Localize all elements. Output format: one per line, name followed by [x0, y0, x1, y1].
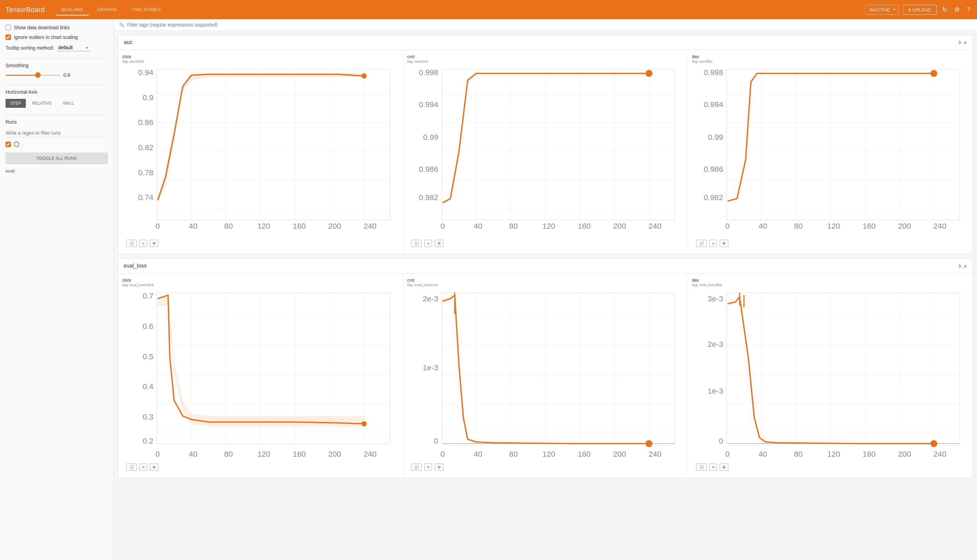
status-select-wrapper: INACTIVE ACTIVE — [865, 5, 899, 15]
data-auc-like-btn[interactable]: ≡ — [709, 240, 717, 247]
svg-rect-29 — [727, 69, 960, 220]
data-eval-click-btn[interactable]: ≡ — [140, 463, 147, 471]
svg-text:240: 240 — [649, 450, 662, 458]
svg-text:240: 240 — [933, 222, 946, 230]
svg-text:120: 120 — [257, 222, 270, 230]
run-dot-label: . — [22, 142, 23, 147]
settings-button[interactable]: ⚙ — [953, 5, 961, 15]
svg-point-14 — [362, 73, 367, 78]
svg-text:3e-3: 3e-3 — [708, 295, 723, 303]
chart-eval-cmt-actions: ⬜ ≡ ⊞ — [407, 462, 684, 473]
svg-text:1e-3: 1e-3 — [708, 387, 723, 395]
status-select[interactable]: INACTIVE ACTIVE — [865, 5, 899, 15]
chart-auc-like-actions: ⬜ ≡ ⊞ — [692, 238, 969, 250]
zoom-eval-cmt-btn[interactable]: ⊞ — [435, 463, 443, 471]
main-content: 🔍 auc 3 ∧ click tag: auc/click — [114, 19, 977, 560]
zoom-auc-cmt-btn[interactable]: ⊞ — [435, 240, 443, 247]
svg-point-71 — [645, 440, 652, 447]
chart-eval-click-actions: ⬜ ≡ ⊞ — [122, 462, 398, 473]
data-auc-cmt-btn[interactable]: ≡ — [424, 240, 432, 247]
axis-step-button[interactable]: STEP — [5, 99, 26, 108]
svg-text:0.982: 0.982 — [704, 193, 723, 202]
topnav-right: INACTIVE ACTIVE ℹ UPLOAD ↻ ⚙ ? — [865, 5, 972, 15]
runs-label: Runs — [5, 119, 108, 125]
svg-text:200: 200 — [613, 450, 626, 458]
svg-rect-72 — [727, 293, 960, 444]
show-download-checkbox[interactable] — [5, 25, 11, 30]
smoothing-row: 0.6 — [5, 72, 108, 78]
svg-text:0: 0 — [155, 450, 160, 458]
svg-text:0.7: 0.7 — [143, 292, 153, 300]
expand-eval-click-btn[interactable]: ⬜ — [127, 463, 137, 471]
upload-button[interactable]: ℹ UPLOAD — [903, 5, 937, 15]
svg-text:0.2: 0.2 — [143, 437, 153, 445]
svg-text:200: 200 — [613, 222, 626, 230]
svg-text:1e-3: 1e-3 — [423, 363, 438, 372]
zoom-eval-like-btn[interactable]: ⊞ — [720, 463, 728, 471]
help-button[interactable]: ? — [965, 5, 972, 15]
section-eval-loss-collapse-icon[interactable]: ∧ — [964, 263, 967, 268]
toggle-all-button[interactable]: TOGGLE ALL RUNS — [5, 153, 108, 164]
data-eval-cmt-btn[interactable]: ≡ — [424, 463, 432, 471]
run-checkbox[interactable] — [5, 142, 11, 147]
svg-text:0: 0 — [440, 450, 445, 458]
svg-text:0.994: 0.994 — [704, 100, 723, 109]
svg-text:0.998: 0.998 — [704, 68, 723, 77]
axis-relative-button[interactable]: RELATIVE — [27, 99, 57, 108]
expand-auc-like-btn[interactable]: ⬜ — [696, 240, 707, 247]
chart-eval-cmt-tag: tag: eval_loss/cmt — [407, 283, 684, 287]
chart-auc-cmt-actions: ⬜ ≡ ⊞ — [407, 238, 684, 250]
section-auc-collapse-icon[interactable]: ∧ — [964, 40, 967, 45]
svg-text:80: 80 — [509, 450, 518, 458]
zoom-auc-like-btn[interactable]: ⊞ — [720, 240, 728, 247]
search-input[interactable] — [127, 22, 972, 28]
svg-text:0: 0 — [440, 222, 445, 230]
nav-graphs[interactable]: GRAPHS — [92, 4, 123, 15]
axis-section: Horizontal Axis STEP RELATIVE WALL — [5, 89, 108, 108]
data-auc-click-btn[interactable]: ≡ — [140, 240, 147, 247]
section-eval-loss-header: eval_loss 3 ∧ — [118, 258, 972, 273]
expand-eval-like-btn[interactable]: ⬜ — [696, 463, 707, 471]
expand-auc-cmt-btn[interactable]: ⬜ — [411, 240, 422, 247]
chart-eval-click-wrap: 0.7 0.6 0.5 0.4 0.3 0.2 0 40 80 120 160 … — [122, 288, 398, 462]
svg-text:160: 160 — [293, 222, 306, 230]
refresh-button[interactable]: ↻ — [941, 5, 949, 15]
ignore-outliers-checkbox[interactable] — [5, 35, 11, 40]
topnav: TensorBoard SCALARS GRAPHS TIME SERIES I… — [0, 0, 977, 19]
expand-auc-click-btn[interactable]: ⬜ — [127, 240, 137, 247]
data-eval-like-btn[interactable]: ≡ — [709, 463, 717, 471]
tooltip-sort-select[interactable]: default ascending descending nearest — [57, 44, 90, 51]
axis-wall-button[interactable]: WALL — [58, 99, 78, 108]
zoom-eval-click-btn[interactable]: ⊞ — [150, 463, 158, 471]
svg-text:0.4: 0.4 — [143, 382, 153, 391]
chart-eval-click-svg: 0.7 0.6 0.5 0.4 0.3 0.2 0 40 80 120 160 … — [122, 288, 398, 461]
svg-text:240: 240 — [363, 450, 377, 458]
nav-links: SCALARS GRAPHS TIME SERIES — [55, 4, 865, 15]
section-auc-meta: 3 ∧ — [959, 40, 967, 45]
svg-text:2e-3: 2e-3 — [423, 295, 438, 303]
chart-eval-like-actions: ⬜ ≡ ⊞ — [692, 462, 969, 473]
section-eval-loss-count: 3 — [959, 263, 961, 268]
nav-time-series[interactable]: TIME SERIES — [125, 4, 167, 15]
svg-text:0.5: 0.5 — [143, 352, 153, 361]
svg-text:80: 80 — [794, 450, 803, 458]
expand-eval-cmt-btn[interactable]: ⬜ — [411, 463, 422, 471]
chart-auc-like-title: like — [692, 54, 969, 59]
runs-filter-input[interactable] — [5, 129, 108, 137]
chart-eval-cmt-svg: 2e-3 1e-3 0 0 40 80 120 160 200 240 — [407, 288, 684, 461]
upload-label: UPLOAD — [913, 7, 931, 12]
smoothing-label: Smoothing — [5, 63, 108, 68]
svg-text:200: 200 — [328, 450, 342, 458]
svg-text:0.86: 0.86 — [138, 118, 153, 127]
zoom-auc-click-btn[interactable]: ⊞ — [150, 240, 158, 247]
svg-text:0.74: 0.74 — [138, 193, 153, 202]
svg-text:0.986: 0.986 — [419, 165, 438, 173]
svg-text:80: 80 — [794, 222, 803, 230]
chart-auc-cmt-wrap: 0.998 0.994 0.99 0.986 0.982 0 40 80 120… — [407, 65, 684, 238]
smoothing-slider[interactable] — [5, 75, 61, 76]
runs-section: Runs . TOGGLE ALL RUNS eval/ — [5, 119, 108, 173]
smoothing-value: 0.6 — [63, 72, 70, 78]
nav-scalars[interactable]: SCALARS — [55, 4, 88, 15]
run-circle — [14, 142, 19, 147]
chart-eval-like-tag: tag: eval_loss/like — [692, 283, 969, 287]
